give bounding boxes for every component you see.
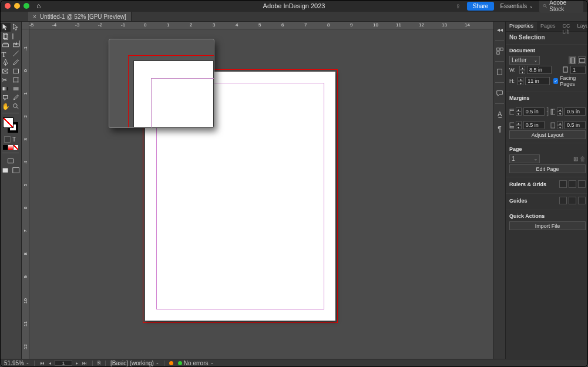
screen-mode-presentation[interactable] <box>11 166 21 175</box>
quick-actions-title: Quick Actions <box>509 211 586 220</box>
rectangle-frame-tool[interactable] <box>0 67 11 76</box>
adobe-stock-search[interactable]: Adobe Stock <box>539 0 583 13</box>
screen-mode-normal[interactable] <box>7 157 15 165</box>
page-number-select[interactable]: 1⌄ <box>509 154 540 163</box>
zoom-tool[interactable] <box>11 102 21 111</box>
eyedropper-tool[interactable] <box>11 93 21 102</box>
document-tab[interactable]: × Untitled-1 @ 52% [GPU Preview] <box>28 12 132 21</box>
prev-page-button[interactable]: ◂ <box>47 361 53 366</box>
margin-right-stepper[interactable]: ▴▾ <box>557 121 563 129</box>
zoom-level[interactable]: 51.95%⌄ <box>4 360 29 366</box>
pages-panel-icon[interactable] <box>495 68 504 76</box>
dock-expand-icon[interactable]: ◂◂ <box>495 25 504 34</box>
cc-libraries-icon[interactable] <box>495 46 504 55</box>
current-page-input[interactable] <box>55 360 72 366</box>
snap-guides-toggle[interactable] <box>578 197 586 204</box>
navigator-popup[interactable] <box>109 39 214 128</box>
fill-stroke-swatch[interactable] <box>3 117 18 133</box>
tab-properties[interactable]: Properties <box>506 22 537 31</box>
preflight-status[interactable]: No errors ⌄ <box>178 360 214 366</box>
screen-mode-label: [Basic] (working) <box>110 360 154 366</box>
paragraph-panel-icon[interactable]: ¶ <box>495 124 504 133</box>
direct-selection-tool[interactable] <box>11 23 21 32</box>
scissors-tool[interactable]: ✂ <box>0 76 11 85</box>
smart-guides-toggle[interactable] <box>569 197 576 204</box>
apply-gradient[interactable] <box>8 145 13 150</box>
ruler-origin[interactable] <box>22 22 29 29</box>
gradient-swatch-tool[interactable] <box>0 85 11 93</box>
facing-pages-checkbox[interactable]: ✓ <box>553 78 558 84</box>
canvas[interactable] <box>29 29 493 359</box>
open-panel-icon[interactable]: ⎘ <box>98 360 100 366</box>
discover-icon[interactable]: ♀ <box>455 2 461 11</box>
apply-color[interactable] <box>3 145 8 150</box>
content-collector-tool[interactable] <box>0 41 11 49</box>
width-input[interactable] <box>527 66 552 74</box>
page-tool[interactable] <box>0 32 11 41</box>
last-page-button[interactable]: ⏭ <box>82 361 88 366</box>
ruler-tick: 3 <box>213 22 215 28</box>
comments-panel-icon[interactable] <box>495 89 504 97</box>
margin-left-stepper[interactable]: ▴▾ <box>557 107 563 116</box>
vertical-ruler[interactable]: -1012345678910111213 <box>22 29 29 359</box>
link-margins-icon[interactable] <box>546 103 549 120</box>
import-file-button[interactable]: Import File <box>509 221 586 230</box>
delete-page-icon[interactable]: 🗑 <box>580 156 586 162</box>
line-tool[interactable] <box>11 49 21 58</box>
minimize-window-button[interactable] <box>14 3 20 9</box>
pencil-tool[interactable] <box>11 58 21 67</box>
margin-top-stepper[interactable]: ▴▾ <box>516 107 522 116</box>
orientation-portrait[interactable] <box>569 56 576 64</box>
guides-visibility-toggle[interactable] <box>559 197 567 204</box>
note-tool[interactable] <box>0 93 11 102</box>
height-input[interactable] <box>525 77 550 85</box>
selection-tool[interactable] <box>0 23 11 32</box>
tab-layers[interactable]: Layers <box>574 22 588 31</box>
edit-page-button[interactable]: Edit Page <box>509 164 586 173</box>
screen-mode-status[interactable]: [Basic] (working) ⌄ <box>110 360 159 366</box>
first-page-button[interactable]: ⏮ <box>39 361 45 366</box>
save-status[interactable] <box>169 361 173 365</box>
margin-left-input[interactable] <box>565 107 586 116</box>
margin-top-input[interactable] <box>523 107 545 116</box>
formatting-text-icon[interactable]: T <box>11 136 18 143</box>
home-icon[interactable]: ⌂ <box>36 2 41 10</box>
width-stepper[interactable]: ▴▾ <box>519 66 525 74</box>
character-panel-icon[interactable]: A̲ <box>495 110 504 119</box>
close-tab-icon[interactable]: × <box>33 14 36 20</box>
fill-swatch[interactable] <box>3 117 14 128</box>
rulers-toggle[interactable] <box>559 180 567 188</box>
adjust-layout-button[interactable]: Adjust Layout <box>509 130 586 139</box>
maximize-window-button[interactable] <box>23 3 29 9</box>
next-page-button[interactable]: ▸ <box>74 361 80 366</box>
orientation-landscape[interactable] <box>578 56 586 64</box>
apply-none[interactable] <box>14 145 18 150</box>
screen-mode-preview[interactable] <box>0 166 11 175</box>
baseline-grid-toggle[interactable] <box>569 180 576 188</box>
margin-right-input[interactable] <box>565 121 586 129</box>
workspace-switcher[interactable]: Essentials ⌄ <box>500 3 533 9</box>
hand-tool[interactable]: ✋ <box>0 102 11 111</box>
rectangle-tool[interactable] <box>11 67 21 76</box>
free-transform-tool[interactable] <box>11 76 21 85</box>
page-preset-select[interactable]: Letter⌄ <box>509 56 540 65</box>
ruler-tick: -3 <box>75 22 79 28</box>
document-grid-toggle[interactable] <box>578 180 586 188</box>
close-window-button[interactable] <box>5 3 11 9</box>
formatting-container-icon[interactable] <box>4 136 11 143</box>
margin-bottom-stepper[interactable]: ▴▾ <box>516 121 522 129</box>
tab-cclib[interactable]: CC Lib <box>559 22 574 31</box>
add-page-icon[interactable]: ⊞ <box>573 156 578 162</box>
height-stepper[interactable]: ▴▾ <box>518 77 523 85</box>
horizontal-ruler[interactable]: -5-4-3-2-101234567891011121314 <box>29 22 493 29</box>
share-button[interactable]: Share <box>467 2 495 11</box>
gradient-feather-tool[interactable] <box>11 85 21 93</box>
gap-tool[interactable]: |↔| <box>11 32 21 41</box>
tab-pages[interactable]: Pages <box>537 22 559 31</box>
ruler-tick: 3 <box>23 138 28 140</box>
content-placer-tool[interactable] <box>11 41 21 49</box>
type-tool[interactable]: T <box>0 49 11 58</box>
margin-bottom-input[interactable] <box>523 121 545 129</box>
pages-count-input[interactable] <box>570 66 586 74</box>
pen-tool[interactable] <box>0 58 11 67</box>
